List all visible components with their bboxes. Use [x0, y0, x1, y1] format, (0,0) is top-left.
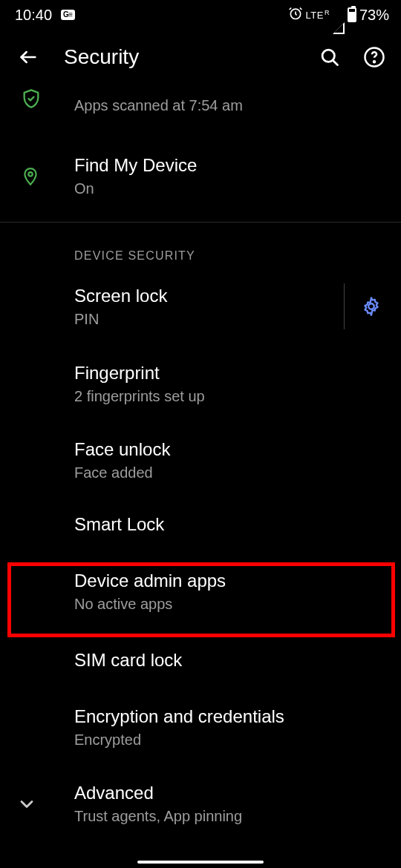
item-face-unlock[interactable]: Face unlock Face added — [0, 419, 401, 496]
alarm-icon — [288, 6, 303, 24]
item-encryption[interactable]: Encryption and credentials Encrypted — [0, 692, 401, 763]
item-title: Smart Lock — [74, 513, 383, 536]
item-subtitle: 2 fingerprints set up — [74, 387, 383, 406]
shield-check-icon — [21, 88, 42, 109]
back-button[interactable] — [16, 45, 40, 69]
gesture-nav-bar[interactable] — [137, 861, 264, 864]
news-icon: G≡ — [61, 10, 75, 20]
svg-point-5 — [368, 303, 374, 309]
status-bar: 10:40 G≡ LTER 73% — [0, 0, 401, 30]
svg-point-3 — [374, 61, 375, 62]
item-title: Fingerprint — [74, 362, 383, 384]
page-title: Security — [64, 45, 294, 69]
search-button[interactable] — [318, 45, 342, 69]
app-bar: Security — [0, 30, 401, 85]
item-subtitle: No active apps — [74, 595, 383, 614]
item-title: Encryption and credentials — [74, 706, 383, 728]
item-title: SIM card lock — [74, 649, 383, 671]
item-title — [74, 83, 383, 93]
item-subtitle: Face added — [74, 464, 383, 482]
item-subtitle: Encrypted — [74, 731, 383, 749]
item-advanced[interactable]: Advanced Trust agents, App pinning — [0, 763, 401, 839]
item-find-my-device[interactable]: Find My Device On — [0, 132, 401, 216]
item-title: Device admin apps — [74, 570, 383, 592]
item-title: Screen lock — [74, 285, 336, 307]
battery-icon — [348, 7, 356, 22]
signal-icon — [333, 7, 345, 23]
status-time: 10:40 — [15, 7, 52, 24]
divider — [344, 283, 345, 329]
screen-lock-settings-button[interactable] — [359, 295, 383, 318]
item-play-protect[interactable]: Apps scanned at 7:54 am — [0, 79, 401, 132]
item-sim-card-lock[interactable]: SIM card lock — [0, 627, 401, 692]
item-title: Find My Device — [74, 154, 383, 177]
svg-point-4 — [28, 172, 32, 176]
item-subtitle: Trust agents, App pinning — [74, 807, 383, 826]
item-subtitle: On — [74, 180, 383, 198]
item-smart-lock[interactable]: Smart Lock — [0, 496, 401, 553]
location-pin-icon — [21, 165, 40, 188]
item-screen-lock[interactable]: Screen lock PIN — [0, 270, 401, 343]
battery-percent: 73% — [359, 7, 389, 24]
network-type: LTER — [306, 9, 330, 21]
section-header-device-security: DEVICE SECURITY — [0, 223, 401, 270]
item-subtitle: Apps scanned at 7:54 am — [74, 96, 383, 115]
gear-icon — [361, 296, 382, 317]
item-title: Advanced — [74, 782, 383, 804]
chevron-down-icon — [16, 794, 37, 815]
help-button[interactable] — [362, 45, 386, 69]
item-subtitle: PIN — [74, 310, 336, 329]
item-title: Face unlock — [74, 438, 383, 461]
item-fingerprint[interactable]: Fingerprint 2 fingerprints set up — [0, 343, 401, 419]
settings-list: Apps scanned at 7:54 am Find My Device O… — [0, 79, 401, 839]
item-device-admin-apps[interactable]: Device admin apps No active apps — [0, 553, 401, 627]
